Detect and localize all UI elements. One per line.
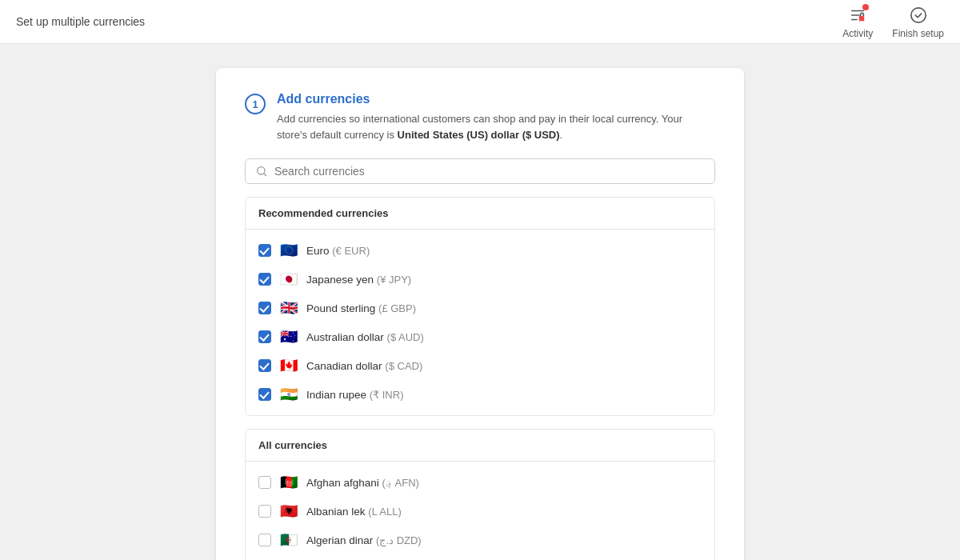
currency-code: (£ GBP): [378, 302, 416, 314]
all-currency-item: 🇦🇫 Afghan afghani (؋ AFN): [246, 468, 714, 497]
card-description: Add currencies so international customer…: [277, 111, 715, 142]
currency-name: Albanian lek (L ALL): [306, 506, 402, 518]
recommended-section: Recommended currencies 🇪🇺 Euro (€ EUR) 🇯…: [245, 197, 715, 416]
all-currency-item: 🇦🇱 Albanian lek (L ALL): [246, 497, 714, 526]
activity-badge: [862, 4, 869, 10]
default-currency-text: United States (US) dollar ($ USD): [398, 129, 560, 141]
currency-code: ($ CAD): [385, 360, 422, 372]
svg-point-2: [258, 167, 265, 174]
search-icon: [255, 165, 268, 178]
all-currency-item: 🇦🇴 Angolan kwanza (Kz AOA): [246, 554, 714, 560]
currency-name: Algerian dinar (د.ج DZD): [306, 534, 422, 546]
finish-icon-wrap: [907, 4, 930, 26]
currency-code: (؋ AFN): [382, 477, 419, 489]
all-currency-list: 🇦🇫 Afghan afghani (؋ AFN) 🇦🇱 Albanian le…: [246, 462, 714, 560]
all-section-header: All currencies: [246, 430, 714, 462]
currency-name: Australian dollar ($ AUD): [306, 331, 424, 343]
currency-name: Canadian dollar ($ CAD): [306, 360, 422, 372]
currency-name: Indian rupee (₹ INR): [306, 389, 403, 401]
currency-flag: 🇦🇱: [279, 502, 298, 520]
setup-card: 1 Add currencies Add currencies so inter…: [216, 68, 744, 560]
recommended-currency-list: 🇪🇺 Euro (€ EUR) 🇯🇵 Japanese yen (¥ JPY) …: [246, 230, 714, 415]
currency-checkbox[interactable]: [258, 388, 271, 401]
currency-flag: 🇨🇦: [279, 357, 298, 374]
recommended-currency-item: 🇪🇺 Euro (€ EUR): [246, 236, 714, 265]
currency-code: (€ EUR): [332, 245, 370, 257]
recommended-currency-item: 🇨🇦 Canadian dollar ($ CAD): [246, 351, 714, 380]
currency-checkbox[interactable]: [258, 359, 271, 372]
recommended-currency-item: 🇮🇳 Indian rupee (₹ INR): [246, 380, 714, 409]
svg-line-3: [264, 174, 266, 176]
currency-checkbox[interactable]: [258, 302, 271, 314]
currency-code: (¥ JPY): [377, 274, 411, 286]
currency-name: Euro (€ EUR): [306, 245, 370, 257]
currency-checkbox[interactable]: [258, 534, 271, 546]
search-bar[interactable]: [245, 158, 715, 184]
currency-code: (₹ INR): [370, 389, 404, 401]
activity-button[interactable]: Activity: [842, 4, 873, 39]
currency-name: Afghan afghani (؋ AFN): [306, 477, 419, 489]
currency-checkbox[interactable]: [258, 505, 271, 518]
currency-flag: 🇦🇺: [279, 328, 298, 346]
currency-code: ($ AUD): [387, 331, 424, 343]
activity-icon-wrap: [846, 4, 869, 26]
recommended-section-header: Recommended currencies: [246, 198, 714, 230]
currency-flag: 🇩🇿: [279, 531, 298, 549]
svg-rect-0: [859, 16, 864, 21]
currency-flag: 🇬🇧: [279, 299, 298, 317]
topbar-actions: Activity Finish setup: [842, 4, 944, 39]
currency-code: (د.ج DZD): [376, 534, 422, 546]
recommended-currency-item: 🇦🇺 Australian dollar ($ AUD): [246, 322, 714, 351]
activity-label: Activity: [842, 28, 873, 39]
finish-setup-icon: [910, 6, 927, 24]
currency-checkbox[interactable]: [258, 273, 271, 286]
currency-checkbox[interactable]: [258, 330, 271, 343]
currency-flag: 🇪🇺: [279, 242, 298, 259]
finish-setup-button[interactable]: Finish setup: [892, 4, 944, 39]
currency-checkbox[interactable]: [258, 244, 271, 257]
card-heading: Add currencies: [277, 92, 715, 106]
currency-name: Japanese yen (¥ JPY): [306, 274, 411, 286]
currency-checkbox[interactable]: [258, 476, 271, 489]
currency-flag: 🇮🇳: [279, 386, 298, 403]
currency-code: (L ALL): [368, 506, 401, 518]
recommended-currency-item: 🇯🇵 Japanese yen (¥ JPY): [246, 265, 714, 294]
currency-flag: 🇦🇫: [279, 474, 298, 491]
finish-label: Finish setup: [892, 28, 944, 39]
search-input[interactable]: [274, 165, 705, 178]
currency-name: Pound sterling (£ GBP): [306, 302, 416, 314]
currency-flag: 🇯🇵: [279, 270, 298, 288]
all-currency-item: 🇩🇿 Algerian dinar (د.ج DZD): [246, 526, 714, 554]
recommended-currency-item: 🇬🇧 Pound sterling (£ GBP): [246, 294, 714, 322]
main-content: 1 Add currencies Add currencies so inter…: [0, 44, 960, 560]
description-text-2: .: [560, 129, 563, 141]
card-header: 1 Add currencies Add currencies so inter…: [245, 92, 715, 142]
page-title: Set up multiple currencies: [16, 15, 145, 28]
topbar: Set up multiple currencies Activity: [0, 0, 960, 44]
card-header-content: Add currencies Add currencies so interna…: [277, 92, 715, 142]
all-currencies-section: All currencies 🇦🇫 Afghan afghani (؋ AFN)…: [245, 429, 715, 560]
svg-point-1: [910, 8, 925, 22]
step-indicator: 1: [245, 94, 266, 114]
